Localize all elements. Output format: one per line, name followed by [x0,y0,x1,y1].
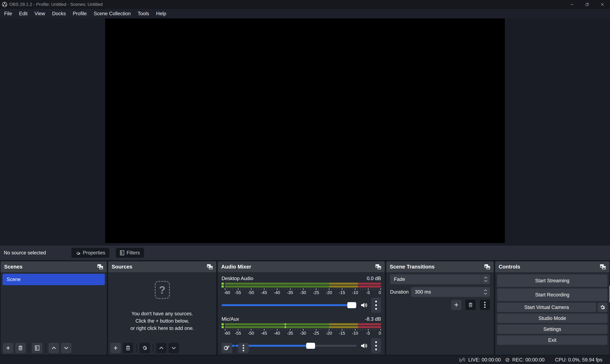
gear-icon [75,250,81,255]
popout-icon [207,264,213,270]
rec-time: REC: 00:00:00 [512,357,545,363]
move-source-down-button[interactable] [168,343,179,353]
volume-slider[interactable] [222,304,357,306]
start-streaming-button[interactable]: Start Streaming [497,274,608,287]
transition-selected-value: Fade [390,276,481,282]
audio-mixer-panel-header[interactable]: Audio Mixer [218,261,385,272]
sources-empty-line: You don't have any sources. [131,310,193,317]
settings-button[interactable]: Settings [497,325,608,334]
spinbox-arrow-icons[interactable] [481,289,490,295]
menu-item-docks[interactable]: Docks [49,9,69,18]
meter-scale-labels: -60-55-50-45-40-35-30-25-20-15-10-50 [225,290,381,296]
sources-panel-header[interactable]: Sources [108,261,216,272]
filters-label: Filters [126,250,140,256]
virtual-camera-settings-button[interactable] [598,303,608,312]
rec-status: REC: 00:00:00 [505,357,545,363]
scene-item-label: Scene [7,277,21,282]
mixer-toolbar [222,343,249,353]
obs-logo-icon [2,2,7,7]
sources-panel: Sources ? You don't have any sources. Cl… [108,261,216,355]
add-source-button[interactable] [110,343,121,353]
transition-select[interactable]: Fade [390,274,490,284]
sources-empty-line: or right click here to add one. [131,325,194,332]
remove-source-button[interactable] [123,343,133,353]
start-virtual-camera-button[interactable]: Start Virtual Camera [497,303,596,312]
question-mark-icon: ? [155,281,170,299]
add-transition-button[interactable] [451,300,461,310]
popout-icon [97,264,103,270]
menu-item-view[interactable]: View [31,9,49,18]
remove-scene-button[interactable] [15,343,26,353]
duration-label: Duration [390,289,411,295]
toolbar-separator [153,344,153,352]
toolbar-separator [28,344,29,352]
live-time: LIVE: 00:00:00 [468,357,501,363]
channel-name: Desktop Audio [222,276,253,281]
exit-button[interactable]: Exit [497,336,608,345]
controls-body: Start Streaming Start Recording Start Vi… [495,272,609,345]
scene-transitions-panel-header[interactable]: Scene Transitions [386,261,494,272]
advanced-audio-button[interactable] [222,343,232,353]
speaker-icon[interactable] [361,343,368,349]
channel-menu-button[interactable] [371,298,381,313]
controls-panel-header[interactable]: Controls [495,261,609,272]
menu-item-help[interactable]: Help [152,9,170,18]
transition-properties-button[interactable] [480,300,490,310]
duration-value: 300 ms [411,289,481,295]
close-button[interactable] [595,0,610,9]
menu-item-edit[interactable]: Edit [15,9,31,18]
volume-slider-handle[interactable] [347,302,356,308]
source-selection-status: No source selected [4,250,46,256]
mixer-menu-button[interactable] [238,343,249,353]
menu-item-scene-collection[interactable]: Scene Collection [90,9,134,18]
stream-inactive-icon [459,357,466,363]
menu-item-profile[interactable]: Profile [69,9,90,18]
scene-filters-button[interactable] [32,343,42,353]
properties-button[interactable]: Properties [71,248,109,258]
toolbar-separator [136,344,137,352]
source-context-toolbar: No source selected Properties Filters [0,246,610,260]
menu-bar: FileEditViewDocksProfileScene Collection… [0,9,610,18]
filter-icon [120,250,124,256]
sources-empty-state: ? You don't have any sources. Click the … [108,272,216,340]
move-scene-up-button[interactable] [49,343,59,353]
remove-transition-button[interactable] [465,300,476,310]
studio-mode-button[interactable]: Studio Mode [497,313,608,323]
restore-button[interactable] [580,0,595,9]
audio-mixer-panel: Audio Mixer Desktop Audio 0.0 dB [218,261,385,355]
minimize-button[interactable] [564,0,580,9]
move-scene-down-button[interactable] [61,343,71,353]
volume-slider-handle[interactable] [306,343,315,349]
cpu-fps-stats: CPU: 0.0%, 59.94 fps [555,357,602,363]
channel-menu-button[interactable] [371,338,381,353]
controls-panel-title: Controls [499,264,520,270]
scene-transitions-body: Fade Duration 300 ms [386,272,494,310]
menu-item-file[interactable]: File [1,9,15,18]
select-spinner-icons[interactable] [481,274,490,284]
meter-scale-labels: -60-55-50-45-40-35-30-25-20-15-10-50 [225,331,381,337]
duration-spinbox[interactable]: 300 ms [411,287,490,297]
preview-area [0,18,610,246]
channel-level-db: 0.0 dB [367,276,381,281]
meter-tick-marks [225,329,381,331]
scene-transitions-panel-title: Scene Transitions [390,264,434,270]
source-properties-button[interactable] [139,343,150,353]
popout-icon [484,264,490,270]
scene-list-item[interactable]: Scene [2,274,105,285]
scenes-toolbar [3,343,71,353]
move-source-up-button[interactable] [156,343,166,353]
scenes-panel: Scenes Scene [1,261,107,355]
scenes-panel-header[interactable]: Scenes [1,261,107,272]
sources-toolbar [110,343,179,353]
add-scene-button[interactable] [3,343,13,353]
window-controls [564,0,610,9]
audio-mixer-body: Desktop Audio 0.0 dB -60-55-50-45-40-35-… [218,272,385,340]
volume-meter: -60-55-50-45-40-35-30-25-20-15-10-50 [222,323,381,337]
menu-item-tools[interactable]: Tools [134,9,152,18]
toolbar-separator [45,344,46,352]
filters-button[interactable]: Filters [116,248,144,258]
preview-canvas[interactable] [105,18,505,243]
start-recording-button[interactable]: Start Recording [497,288,608,301]
speaker-icon[interactable] [361,302,368,308]
meter-tick-marks [225,288,381,290]
